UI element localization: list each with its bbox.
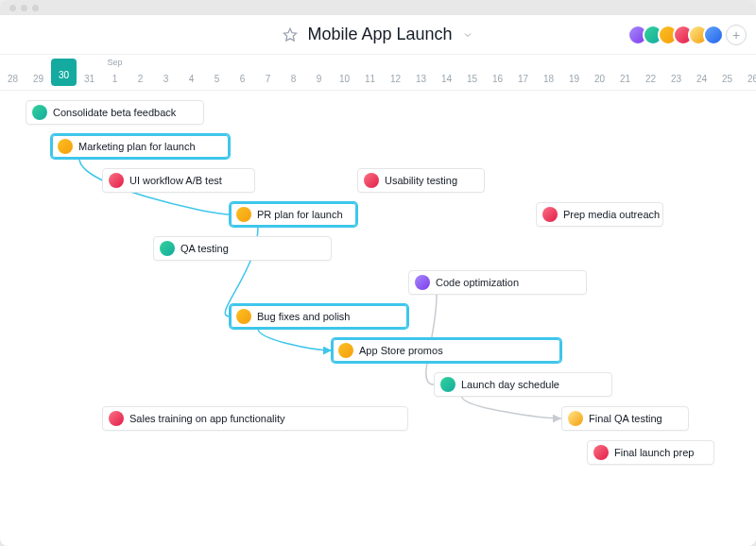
task-label: PR plan for launch <box>257 209 343 220</box>
task-label: Code optimization <box>436 277 519 288</box>
app-frame: Mobile App Launch + 282930311Sep23456789… <box>0 0 756 546</box>
assignee-avatar <box>109 411 124 426</box>
chrome-dot <box>9 5 16 11</box>
assignee-avatar <box>415 275 430 290</box>
date-cell[interactable]: 19 <box>561 55 587 90</box>
chrome-dot <box>21 5 27 11</box>
task-bar[interactable]: UI workflow A/B test <box>102 168 255 193</box>
date-cell[interactable]: 6 <box>230 55 255 90</box>
task-label: Usability testing <box>385 175 457 186</box>
date-cell[interactable]: 8 <box>281 55 306 90</box>
month-label: Sep <box>107 58 122 67</box>
task-label: Prep media outreach <box>563 209 660 220</box>
task-bar[interactable]: App Store promos <box>332 338 561 363</box>
task-bar[interactable]: QA testing <box>153 236 332 261</box>
task-label: Launch day schedule <box>461 379 559 390</box>
date-cell[interactable]: 1Sep <box>102 55 128 90</box>
assignee-avatar <box>58 139 73 154</box>
date-cell[interactable]: 17 <box>510 55 536 90</box>
task-bar[interactable]: Code optimization <box>408 270 587 295</box>
date-cell[interactable]: 28 <box>0 55 26 90</box>
timeline[interactable]: Consolidate beta feedbackMarketing plan … <box>0 91 756 546</box>
assignee-avatar <box>542 207 558 222</box>
date-cell[interactable]: 7 <box>255 55 281 90</box>
date-cell[interactable]: 3 <box>153 55 179 90</box>
task-label: Marketing plan for launch <box>78 141 196 152</box>
assignee-avatar <box>109 173 124 188</box>
date-cell[interactable]: 24 <box>689 55 714 90</box>
date-cell[interactable]: 22 <box>638 55 663 90</box>
task-label: Final QA testing <box>589 413 662 424</box>
title-group: Mobile App Launch <box>283 25 472 44</box>
task-bar[interactable]: Final QA testing <box>561 406 689 431</box>
date-cell[interactable]: 25 <box>714 55 740 90</box>
task-bar[interactable]: Final launch prep <box>587 440 714 465</box>
task-label: Consolidate beta feedback <box>53 107 176 118</box>
task-bar[interactable]: Sales training on app functionality <box>102 406 408 431</box>
task-bar[interactable]: Usability testing <box>357 168 485 193</box>
date-cell[interactable]: 16 <box>485 55 510 90</box>
date-cell[interactable]: 21 <box>612 55 638 90</box>
date-cell[interactable]: 2 <box>128 55 153 90</box>
assignee-avatar <box>236 309 251 324</box>
date-cell[interactable]: 23 <box>663 55 689 90</box>
date-cell[interactable]: 26 <box>740 55 756 90</box>
date-cell[interactable]: 4 <box>179 55 204 90</box>
svg-marker-0 <box>284 28 297 41</box>
task-bar[interactable]: Launch day schedule <box>434 372 612 397</box>
date-cell[interactable]: 15 <box>459 55 485 90</box>
task-label: Final launch prep <box>614 447 694 458</box>
assignee-avatar <box>338 343 353 358</box>
project-title[interactable]: Mobile App Launch <box>307 25 452 44</box>
date-cell[interactable]: 5 <box>204 55 230 90</box>
task-label: App Store promos <box>359 345 443 356</box>
assignee-avatar <box>236 207 251 222</box>
date-cell[interactable]: 18 <box>536 55 561 90</box>
date-cell[interactable]: 30 <box>51 59 77 86</box>
assignee-avatar <box>440 377 455 392</box>
date-cell[interactable]: 12 <box>383 55 408 90</box>
assignee-avatar <box>364 173 379 188</box>
assignee-avatar <box>160 241 175 256</box>
task-bar[interactable]: Prep media outreach <box>536 202 663 227</box>
date-cell[interactable]: 29 <box>26 55 51 90</box>
dependency-line <box>258 329 332 350</box>
date-cell[interactable]: 13 <box>408 55 434 90</box>
team-avatars: + <box>633 25 747 45</box>
window-chrome <box>0 0 756 15</box>
chrome-dot <box>32 5 39 11</box>
chevron-down-icon[interactable] <box>462 29 473 41</box>
date-cell[interactable]: 11 <box>357 55 383 90</box>
dependency-line <box>462 397 561 418</box>
task-label: Bug fixes and polish <box>257 311 350 322</box>
assignee-avatar <box>593 445 609 460</box>
task-label: QA testing <box>180 243 229 254</box>
task-label: UI workflow A/B test <box>129 175 222 186</box>
task-bar[interactable]: PR plan for launch <box>230 202 357 227</box>
team-avatar[interactable] <box>703 25 724 45</box>
assignee-avatar <box>568 411 583 426</box>
task-bar[interactable]: Bug fixes and polish <box>230 304 408 329</box>
task-bar[interactable]: Consolidate beta feedback <box>26 100 204 125</box>
star-icon[interactable] <box>283 27 298 43</box>
header: Mobile App Launch + <box>0 15 756 55</box>
task-label: Sales training on app functionality <box>129 413 285 424</box>
date-cell[interactable]: 14 <box>434 55 459 90</box>
date-cell[interactable]: 9 <box>306 55 332 90</box>
date-cell[interactable]: 31 <box>77 55 102 90</box>
date-cell[interactable]: 20 <box>587 55 612 90</box>
date-cell[interactable]: 10 <box>332 55 357 90</box>
date-axis[interactable]: 282930311Sep2345678910111213141516171819… <box>0 55 756 91</box>
add-member-button[interactable]: + <box>726 25 747 45</box>
task-bar[interactable]: Marketing plan for launch <box>51 134 230 159</box>
assignee-avatar <box>32 105 47 120</box>
